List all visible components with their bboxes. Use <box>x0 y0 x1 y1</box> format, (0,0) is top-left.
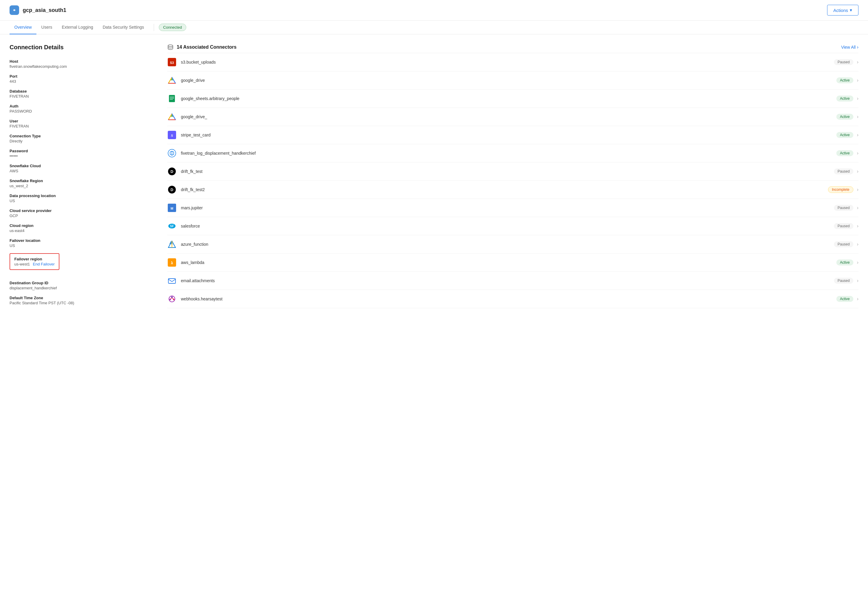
tab-data-security-settings[interactable]: Data Security Settings <box>98 21 149 34</box>
connector-row[interactable]: D drift_fk_test Paused › <box>167 163 859 181</box>
connector-status-s3-bucket-uploads: Paused <box>834 59 853 65</box>
actions-arrow-icon: ▾ <box>850 8 852 13</box>
detail-snowflake-cloud: Snowflake Cloud AWS <box>9 164 153 173</box>
connector-status-mars-jupiter: Paused <box>834 205 853 211</box>
detail-cloud-service-provider: Cloud service provider GCP <box>9 209 153 218</box>
actions-button[interactable]: Actions ▾ <box>827 5 859 15</box>
connector-chevron-icon: › <box>857 150 859 156</box>
connector-name-fivetran-log-displacement-handkerchief: fivetran_log_displacement_handkerchief <box>181 151 836 155</box>
detail-auth-value: PASSWORD <box>9 109 153 114</box>
detail-destination-group-id-label: Destination Group ID <box>9 281 153 285</box>
detail-database: Database FIVETRAN <box>9 89 153 98</box>
tab-users[interactable]: Users <box>37 21 57 34</box>
svg-rect-35 <box>168 279 175 283</box>
app-icon <box>9 5 19 15</box>
connector-chevron-icon: › <box>857 169 859 174</box>
detail-cloud-service-provider-value: GCP <box>9 213 153 218</box>
detail-user: User FIVETRAN <box>9 119 153 128</box>
detail-failover-location-value: US <box>9 243 153 248</box>
detail-data-processing-location-value: US <box>9 198 153 203</box>
connector-row[interactable]: webhooks.hearsaytest Active › <box>167 290 859 308</box>
svg-rect-12 <box>170 99 173 100</box>
svg-text:M: M <box>170 207 173 210</box>
connector-name-google-drive: google_drive <box>181 78 836 83</box>
detail-auth: Auth PASSWORD <box>9 104 153 114</box>
end-failover-link[interactable]: End Failover <box>33 262 55 266</box>
connector-row[interactable]: google_sheets.arbitrary_people Active › <box>167 90 859 108</box>
connector-chevron-icon: › <box>857 241 859 247</box>
tab-external-logging[interactable]: External Logging <box>57 21 98 34</box>
detail-data-processing-location-label: Data processing location <box>9 194 153 198</box>
detail-failover-location: Failover location US <box>9 238 153 248</box>
connector-name-s3-bucket-uploads: s3.bucket_uploads <box>181 60 834 64</box>
failover-region-group: Failover region us-west1 End Failover <box>9 253 60 270</box>
detail-password-value: •••••• <box>9 154 153 158</box>
connector-icon-aws-lambda: λ <box>167 258 177 267</box>
connector-name-salesforce: salesforce <box>181 224 834 229</box>
connected-status-badge: Connected <box>159 24 187 31</box>
svg-rect-10 <box>170 97 174 97</box>
detail-host-value: fivetran.snowflakecomputing.com <box>9 64 153 69</box>
connector-status-google-drive: Active <box>836 77 853 83</box>
connector-chevron-icon: › <box>857 114 859 120</box>
detail-cloud-region: Cloud region us-east4 <box>9 223 153 233</box>
connector-status-google-sheets-arbitrary-people: Active <box>836 95 853 101</box>
failover-region-label: Failover region <box>14 257 55 261</box>
svg-text:λ: λ <box>171 261 173 265</box>
connectors-title: Associated Connectors <box>183 45 237 49</box>
connector-list: S3 s3.bucket_uploads Paused › google_dri… <box>167 53 859 308</box>
detail-snowflake-region-label: Snowflake Region <box>9 178 153 183</box>
detail-connection-type-label: Connection Type <box>9 134 153 138</box>
connection-details-panel: Connection Details Host fivetran.snowfla… <box>9 44 153 310</box>
svg-text:D: D <box>170 187 173 192</box>
connector-chevron-icon: › <box>857 278 859 283</box>
connector-icon-google-drive-2 <box>167 112 177 121</box>
svg-text:D: D <box>170 169 173 174</box>
detail-port-label: Port <box>9 74 153 78</box>
connector-row[interactable]: fivetran_log_displacement_handkerchief A… <box>167 144 859 163</box>
connector-row[interactable]: azure_function Paused › <box>167 235 859 253</box>
tab-overview[interactable]: Overview <box>9 21 37 34</box>
connector-row[interactable]: D drift_fk_test2 Incomplete › <box>167 181 859 199</box>
connector-status-webhooks-hearsaytest: Active <box>836 296 853 302</box>
detail-user-label: User <box>9 119 153 123</box>
connectors-count-number: 14 <box>177 45 182 49</box>
connector-chevron-icon: › <box>857 132 859 138</box>
connector-row[interactable]: M mars.jupiter Paused › <box>167 199 859 217</box>
connector-chevron-icon: › <box>857 60 859 65</box>
connector-name-stripe-test-card: stripe_test_card <box>181 133 836 137</box>
detail-snowflake-region-value: us_west_2 <box>9 184 153 188</box>
svg-point-37 <box>170 299 171 300</box>
connectors-count-title: 14 Associated Connectors <box>177 45 236 50</box>
detail-default-time-zone-value: Pacific Standard Time PST (UTC -08) <box>9 301 153 305</box>
connector-row[interactable]: email.attachments Paused › <box>167 272 859 290</box>
connector-chevron-icon: › <box>857 78 859 83</box>
connectors-header-left: 14 Associated Connectors <box>167 44 236 51</box>
connector-row[interactable]: λ aws_lambda Active › <box>167 253 859 272</box>
connector-icon-google-sheets-arbitrary-people <box>167 94 177 103</box>
connector-name-drift-fk-test2: drift_fk_test2 <box>181 187 828 192</box>
connector-icon-azure-function <box>167 240 177 249</box>
app-title: gcp_asia_south1 <box>23 7 66 14</box>
connector-row[interactable]: google_drive Active › <box>167 71 859 90</box>
connector-icon-salesforce: SF <box>167 221 177 231</box>
svg-rect-11 <box>170 98 174 98</box>
connector-icon-stripe-test-card: S <box>167 130 177 140</box>
connector-name-email-attachments: email.attachments <box>181 278 834 283</box>
view-all-link[interactable]: View All <box>841 45 856 49</box>
nav-tabs: Overview Users External Logging Data Sec… <box>0 21 868 34</box>
connector-row[interactable]: SF salesforce Paused › <box>167 217 859 235</box>
connector-name-aws-lambda: aws_lambda <box>181 260 836 265</box>
actions-label: Actions <box>833 8 848 13</box>
detail-destination-group-id-value: displacement_handkerchief <box>9 286 153 290</box>
detail-password-label: Password <box>9 149 153 153</box>
detail-snowflake-cloud-label: Snowflake Cloud <box>9 164 153 168</box>
detail-port: Port 443 <box>9 74 153 84</box>
connector-row[interactable]: S stripe_test_card Active › <box>167 126 859 144</box>
connector-row[interactable]: google_drive_ Active › <box>167 108 859 126</box>
connector-name-azure-function: azure_function <box>181 242 834 247</box>
connector-chevron-icon: › <box>857 187 859 192</box>
connector-row[interactable]: S3 s3.bucket_uploads Paused › <box>167 53 859 71</box>
connector-chevron-icon: › <box>857 296 859 302</box>
connector-status-salesforce: Paused <box>834 223 853 229</box>
